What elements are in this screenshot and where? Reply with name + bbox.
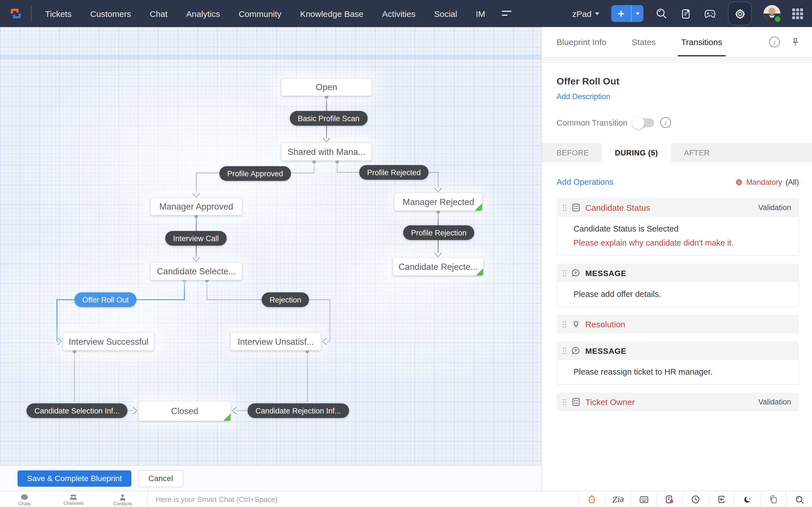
tab-transitions[interactable]: Transitions	[681, 37, 722, 47]
common-transition-info-icon[interactable]: i	[660, 117, 671, 128]
operation-header[interactable]: Ticket Owner Validation	[557, 393, 799, 411]
operation-type: Validation	[758, 398, 791, 406]
search-icon[interactable]	[655, 7, 668, 20]
state-node-open[interactable]: Open	[282, 79, 371, 96]
apps-grid-icon[interactable]	[792, 8, 803, 19]
transition-pill-candidate-selection-info[interactable]: Candidate Selection Inf...	[27, 403, 128, 418]
transition-pill-rejection[interactable]: Rejection	[262, 292, 309, 307]
message-text: Please add offer details.	[573, 288, 791, 300]
operation-title: Ticket Owner	[585, 397, 635, 407]
save-complete-blueprint-button[interactable]: Save & Complete Blueprint	[17, 470, 132, 487]
operation-header[interactable]: Candidate Status Validation	[557, 198, 799, 217]
more-menu-lines-icon[interactable]	[502, 10, 512, 17]
transition-pill-interview-call[interactable]: Interview Call	[165, 231, 227, 245]
operations-header: Add Operations Mandatory (All)	[557, 177, 799, 186]
state-node-candidate-rejected[interactable]: Candidate Rejecte...	[393, 258, 483, 276]
state-node-manager-approved[interactable]: Manager Approved	[151, 198, 242, 215]
state-node-candidate-selected[interactable]: Candidate Selecte...	[151, 263, 242, 280]
state-node-manager-rejected[interactable]: Manager Rejected	[395, 193, 482, 211]
tab-blueprint-info[interactable]: Blueprint Info	[557, 37, 606, 47]
tab-during[interactable]: DURING (5)	[602, 143, 671, 162]
operation-header[interactable]: MESSAGE	[557, 341, 799, 360]
state-node-closed[interactable]: Closed	[139, 402, 231, 421]
history-clock-icon[interactable]	[682, 491, 708, 507]
blueprint-canvas[interactable]	[0, 27, 541, 465]
zia-signature-icon[interactable]: Zia	[605, 491, 630, 507]
keyboard-icon[interactable]	[630, 491, 656, 507]
transition-pill-profile-rejection[interactable]: Profile Rejection	[403, 225, 474, 240]
common-transition-label: Common Transition	[557, 118, 627, 127]
operation-card-message-2: MESSAGE Please reassign ticket to HR man…	[557, 341, 799, 385]
taskbar-contacts[interactable]: Contacts	[98, 491, 147, 507]
feeds-icon[interactable]	[679, 7, 692, 20]
settings-button[interactable]	[728, 2, 752, 25]
nav-item-tickets[interactable]: Tickets	[45, 9, 71, 18]
form-field-icon	[572, 398, 580, 406]
nav-item-chat[interactable]: Chat	[150, 9, 167, 18]
operations-list: Candidate Status Validation Candidate St…	[557, 198, 799, 411]
nav-item-community[interactable]: Community	[239, 9, 282, 18]
sign-out-icon[interactable]	[708, 491, 734, 507]
transition-summary: Offer Roll Out Add Description Common Tr…	[542, 63, 812, 128]
tab-states[interactable]: States	[632, 37, 656, 47]
stage-tabs: BEFORE DURING (5) AFTER	[542, 143, 812, 162]
taskbar-chats[interactable]: Chats	[0, 491, 49, 507]
mandatory-filter[interactable]: Mandatory (All)	[735, 178, 799, 186]
copy-icon[interactable]	[760, 491, 786, 507]
transition-pill-basic-profile-scan[interactable]: Basic Profile Scan	[290, 111, 367, 126]
pin-icon[interactable]	[791, 37, 800, 47]
transition-pill-offer-roll-out[interactable]: Offer Roll Out	[74, 292, 137, 307]
zia-assistant-icon[interactable]	[578, 491, 605, 507]
ticket-note-icon[interactable]	[656, 491, 682, 507]
gamescope-icon[interactable]	[704, 7, 716, 20]
nav-item-im[interactable]: IM	[476, 9, 485, 18]
nav-item-analytics[interactable]: Analytics	[186, 9, 220, 18]
cancel-button[interactable]: Cancel	[138, 469, 183, 487]
nav-item-customers[interactable]: Customers	[90, 9, 131, 18]
operation-type: Validation	[758, 203, 791, 212]
drag-handle-icon[interactable]	[562, 398, 567, 406]
operation-header[interactable]: Resolution	[557, 315, 799, 334]
add-operations-link[interactable]: Add Operations	[557, 177, 613, 186]
workspace-dropdown[interactable]: zPad	[572, 9, 599, 18]
taskbar-right-icons: Zia	[578, 491, 812, 507]
transition-pill-profile-rejected[interactable]: Profile Rejected	[359, 165, 429, 180]
drag-handle-icon[interactable]	[562, 320, 567, 328]
operation-header[interactable]: MESSAGE	[557, 264, 799, 282]
bottom-taskbar: Chats Channels Contacts	[0, 491, 812, 507]
smart-chat-input[interactable]	[154, 495, 578, 504]
add-options-button[interactable]	[631, 5, 644, 22]
avatar[interactable]	[763, 5, 780, 22]
chevron-down-icon	[595, 12, 599, 15]
search-icon[interactable]	[786, 491, 812, 507]
state-node-interview-unsatisfactory[interactable]: Interview Unsatisf...	[231, 333, 321, 350]
tab-before[interactable]: BEFORE	[542, 143, 602, 162]
transition-pill-candidate-rejection-info[interactable]: Candidate Rejection Inf...	[248, 403, 349, 418]
info-icon[interactable]: i	[769, 37, 780, 47]
top-navigation-bar: Tickets Customers Chat Analytics Communi…	[0, 0, 812, 27]
primary-nav-items: Tickets Customers Chat Analytics Communi…	[45, 9, 485, 18]
taskbar-label: Chats	[18, 501, 31, 506]
nav-item-knowledge-base[interactable]: Knowledge Base	[300, 9, 363, 18]
state-node-shared-with-manager[interactable]: Shared with Mana...	[282, 143, 371, 161]
state-node-interview-successful[interactable]: Interview Successful	[63, 333, 154, 350]
nav-item-social[interactable]: Social	[434, 9, 457, 18]
transition-pill-profile-approved[interactable]: Profile Approved	[219, 166, 291, 181]
taskbar-channels[interactable]: Channels	[49, 491, 98, 507]
operation-card-ticket-owner: Ticket Owner Validation	[557, 393, 799, 411]
common-transition-toggle[interactable]	[633, 118, 654, 127]
drag-handle-icon[interactable]	[562, 204, 567, 212]
workspace-label: zPad	[572, 9, 592, 18]
night-mode-icon[interactable]	[734, 491, 760, 507]
nav-item-activities[interactable]: Activities	[382, 9, 415, 18]
drag-handle-icon[interactable]	[562, 347, 567, 355]
add-button[interactable]: +	[611, 5, 631, 22]
operation-body: Please reassign ticket to HR manager.	[557, 360, 799, 385]
add-description-link[interactable]: Add Description	[557, 93, 799, 101]
drag-handle-icon[interactable]	[562, 269, 567, 277]
operation-card-message-1: MESSAGE Please add offer details.	[557, 264, 799, 307]
transition-detail-panel: Blueprint Info States Transitions i Offe…	[541, 27, 812, 491]
taskbar-label: Channels	[63, 500, 84, 506]
app-logo-icon[interactable]	[8, 6, 23, 21]
tab-after[interactable]: AFTER	[671, 143, 723, 162]
